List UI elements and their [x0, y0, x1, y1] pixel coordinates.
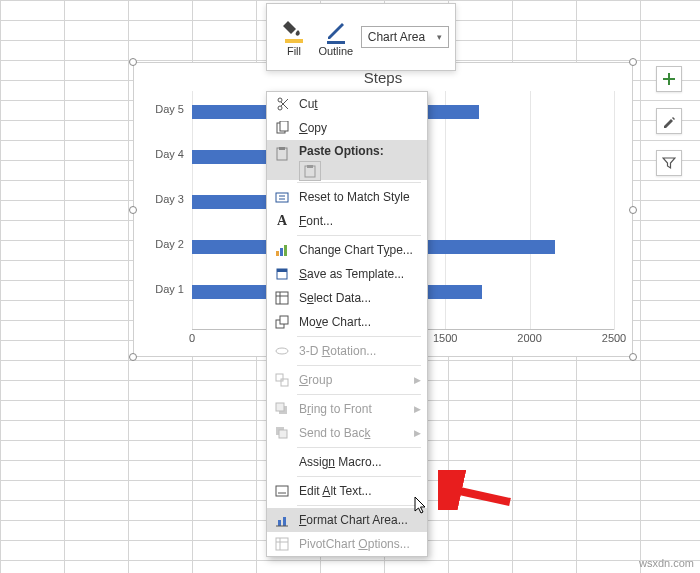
svg-rect-10	[280, 248, 283, 256]
y-tick-label: Day 5	[155, 103, 184, 115]
menu-label: Paste Options:	[299, 144, 384, 158]
menu-label: Assign Macro...	[299, 455, 382, 469]
menu-change-chart-type[interactable]: Change Chart Type...	[267, 238, 427, 262]
menu-separator	[297, 394, 421, 395]
send-back-icon	[271, 423, 293, 443]
bring-front-icon	[271, 399, 293, 419]
select-data-icon	[271, 288, 293, 308]
menu-group: Group ▶	[267, 368, 427, 392]
menu-3d-rotation: 3-D Rotation...	[267, 339, 427, 363]
menu-font[interactable]: A Font...	[267, 209, 427, 233]
menu-separator	[297, 476, 421, 477]
selector-value: Chart Area	[368, 30, 425, 44]
svg-rect-5	[279, 147, 285, 150]
font-icon: A	[271, 211, 293, 231]
svg-rect-26	[283, 517, 286, 526]
selection-handle[interactable]	[129, 353, 137, 361]
chart-element-selector[interactable]: Chart Area ▾	[361, 26, 449, 48]
menu-label: Format Chart Area...	[299, 513, 408, 527]
menu-separator	[297, 505, 421, 506]
y-tick-label: Day 1	[155, 283, 184, 295]
menu-cut[interactable]: Cut	[267, 92, 427, 116]
chart-elements-button[interactable]	[656, 66, 682, 92]
menu-format-chart-area[interactable]: Format Chart Area...	[267, 508, 427, 532]
svg-rect-0	[285, 39, 303, 43]
menu-select-data[interactable]: Select Data...	[267, 286, 427, 310]
svg-rect-27	[276, 538, 288, 550]
menu-label: Cut	[299, 97, 318, 111]
reset-icon	[271, 187, 293, 207]
chart-type-icon	[271, 240, 293, 260]
submenu-arrow-icon: ▶	[414, 428, 421, 438]
context-menu: Cut Copy Paste Options: Reset to Match S…	[266, 91, 428, 557]
x-tick-label: 0	[189, 332, 195, 344]
menu-separator	[297, 182, 421, 183]
menu-label: Font...	[299, 214, 333, 228]
y-tick-label: Day 2	[155, 238, 184, 250]
svg-rect-18	[276, 374, 283, 381]
x-tick-label: 1500	[433, 332, 457, 344]
chart-styles-button[interactable]	[656, 108, 682, 134]
move-chart-icon	[271, 312, 293, 332]
svg-rect-13	[277, 269, 287, 272]
chart-filters-button[interactable]	[656, 150, 682, 176]
outline-button[interactable]: Outline	[315, 17, 357, 57]
blank-icon	[271, 452, 293, 472]
pivot-icon	[271, 534, 293, 554]
menu-label: Copy	[299, 121, 327, 135]
clipboard-icon	[303, 164, 317, 178]
chart-title: Steps	[134, 69, 632, 86]
fill-button[interactable]: Fill	[273, 17, 315, 57]
menu-label: 3-D Rotation...	[299, 344, 376, 358]
menu-assign-macro[interactable]: Assign Macro...	[267, 450, 427, 474]
menu-edit-alt-text[interactable]: Edit Alt Text...	[267, 479, 427, 503]
svg-rect-24	[276, 486, 288, 496]
selection-handle[interactable]	[129, 206, 137, 214]
menu-move-chart[interactable]: Move Chart...	[267, 310, 427, 334]
menu-label: Select Data...	[299, 291, 371, 305]
scissors-icon	[271, 94, 293, 114]
menu-bring-to-front: Bring to Front ▶	[267, 397, 427, 421]
svg-rect-1	[327, 41, 345, 44]
x-tick-label: 2500	[602, 332, 626, 344]
selection-handle[interactable]	[629, 353, 637, 361]
menu-save-template[interactable]: Save as Template...	[267, 262, 427, 286]
template-icon	[271, 264, 293, 284]
plus-icon	[662, 72, 676, 86]
menu-label: PivotChart Options...	[299, 537, 410, 551]
paste-icon	[271, 144, 293, 164]
copy-icon	[271, 118, 293, 138]
grid-line	[614, 91, 615, 330]
brush-icon	[662, 114, 676, 128]
y-tick-label: Day 3	[155, 193, 184, 205]
selection-handle[interactable]	[629, 58, 637, 66]
svg-rect-8	[276, 193, 288, 202]
paint-bucket-icon	[282, 17, 306, 45]
menu-label: Reset to Match Style	[299, 190, 410, 204]
svg-rect-3	[280, 121, 288, 131]
selection-handle[interactable]	[629, 206, 637, 214]
alt-text-icon	[271, 481, 293, 501]
paste-option-button[interactable]	[299, 161, 321, 181]
submenu-arrow-icon: ▶	[414, 375, 421, 385]
mini-toolbar: Fill Outline Chart Area ▾	[266, 3, 456, 71]
svg-rect-7	[307, 165, 313, 168]
selection-handle[interactable]	[129, 58, 137, 66]
menu-copy[interactable]: Copy	[267, 116, 427, 140]
menu-paste-options[interactable]: Paste Options:	[267, 140, 427, 180]
menu-label: Save as Template...	[299, 267, 404, 281]
pen-icon	[324, 17, 348, 45]
menu-label: Group	[299, 373, 332, 387]
menu-pivotchart-options: PivotChart Options...	[267, 532, 427, 556]
menu-label: Bring to Front	[299, 402, 372, 416]
menu-reset-style[interactable]: Reset to Match Style	[267, 185, 427, 209]
svg-rect-23	[279, 430, 287, 438]
annotation-arrow	[438, 470, 518, 510]
menu-separator	[297, 336, 421, 337]
rotation-icon	[271, 341, 293, 361]
svg-rect-21	[276, 403, 284, 411]
y-tick-label: Day 4	[155, 148, 184, 160]
funnel-icon	[662, 156, 676, 170]
svg-rect-16	[280, 316, 288, 324]
watermark: wsxdn.com	[639, 557, 694, 569]
